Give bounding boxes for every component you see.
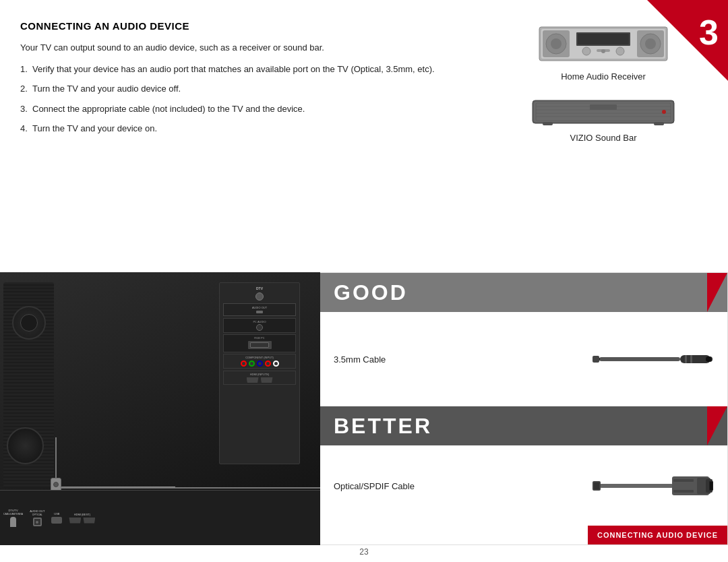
- svg-point-29: [706, 356, 711, 362]
- svg-rect-9: [578, 34, 629, 44]
- step-text-2: Turn the TV and your audio device off.: [32, 84, 181, 94]
- step-text-1: Verify that your device has an audio por…: [32, 64, 435, 74]
- page-number: 23: [359, 547, 368, 557]
- svg-rect-22: [590, 104, 617, 110]
- svg-point-21: [662, 110, 666, 114]
- svg-rect-42: [594, 482, 599, 489]
- svg-rect-23: [543, 122, 553, 125]
- svg-rect-31: [690, 355, 692, 363]
- tv-back-panel: DTV AUDIO OUT PC AUDIO RG: [0, 272, 320, 545]
- step-3: 3. Connect the appropriate cable (not in…: [20, 102, 438, 116]
- step-text-4: Turn the TV and your device on.: [32, 123, 157, 133]
- svg-rect-24: [654, 122, 664, 125]
- tv-ports-panel: DTV AUDIO OUT PC AUDIO RG: [219, 282, 300, 464]
- cable-optical-label: Optical/SPDIF Cable: [334, 481, 415, 491]
- step-2: 2. Turn the TV and your audio device off…: [20, 82, 438, 96]
- cable-35mm-label: 3.5mm Cable: [334, 354, 386, 365]
- tv-speaker-center: [20, 314, 38, 332]
- step-4: 4. Turn the TV and your device on.: [20, 122, 438, 135]
- tv-mount-circle: [7, 427, 44, 464]
- svg-point-11: [616, 47, 624, 55]
- intro-text: Your TV can output sound to an audio dev…: [20, 41, 438, 55]
- svg-rect-39: [673, 479, 694, 482]
- step-1: 1. Verify that your device has an audio …: [20, 63, 438, 76]
- left-column: CONNECTING AN AUDIO DEVICE Your TV can o…: [20, 20, 438, 142]
- cable-35mm-svg: [593, 348, 714, 371]
- cable-optical-svg: [593, 471, 714, 501]
- right-column: Home Audio Receiver: [499, 20, 708, 156]
- cable-optical-section: Optical/SPDIF Cable: [320, 445, 727, 526]
- better-label: BETTER: [320, 414, 432, 439]
- soundbar-label: VIZIO Sound Bar: [570, 133, 637, 143]
- svg-rect-38: [710, 482, 712, 490]
- good-label: GOOD: [320, 280, 408, 305]
- good-banner: GOOD: [320, 273, 727, 312]
- soundbar-image: [529, 95, 677, 129]
- chapter-number: 3: [699, 12, 719, 53]
- svg-point-13: [601, 49, 605, 53]
- bottom-ports: DTV/TVCABLE/ANTENNA AUDIO OUTOPTICAL USB…: [0, 490, 320, 545]
- svg-rect-30: [685, 355, 687, 363]
- step-text-3: Connect the appropriate cable (not inclu…: [32, 104, 305, 114]
- connecting-audio-badge: CONNECTING AUDIO DEVICE: [588, 526, 727, 544]
- receiver-image: [536, 20, 671, 67]
- quality-section: GOOD 3.5mm Cable: [320, 272, 728, 545]
- svg-point-4: [551, 38, 562, 49]
- svg-rect-32: [593, 356, 599, 363]
- step-num-3: 3.: [20, 102, 28, 116]
- section-title: CONNECTING AN AUDIO DEVICE: [20, 20, 438, 32]
- svg-point-10: [582, 47, 590, 55]
- svg-rect-25: [599, 357, 680, 361]
- cable-35mm-section: 3.5mm Cable: [320, 312, 727, 406]
- soundbar-container: VIZIO Sound Bar: [529, 95, 677, 143]
- step-num-4: 4.: [20, 122, 28, 135]
- svg-point-7: [645, 38, 656, 49]
- svg-rect-33: [599, 484, 673, 488]
- svg-rect-40: [673, 490, 694, 493]
- step-num-2: 2.: [20, 82, 28, 96]
- bottom-section: DTV AUDIO OUT PC AUDIO RG: [0, 272, 728, 545]
- receiver-container: Home Audio Receiver: [536, 20, 671, 82]
- step-list: 1. Verify that your device has an audio …: [20, 63, 438, 135]
- step-num-1: 1.: [20, 63, 28, 76]
- receiver-label: Home Audio Receiver: [561, 71, 646, 82]
- better-banner: BETTER: [320, 406, 727, 445]
